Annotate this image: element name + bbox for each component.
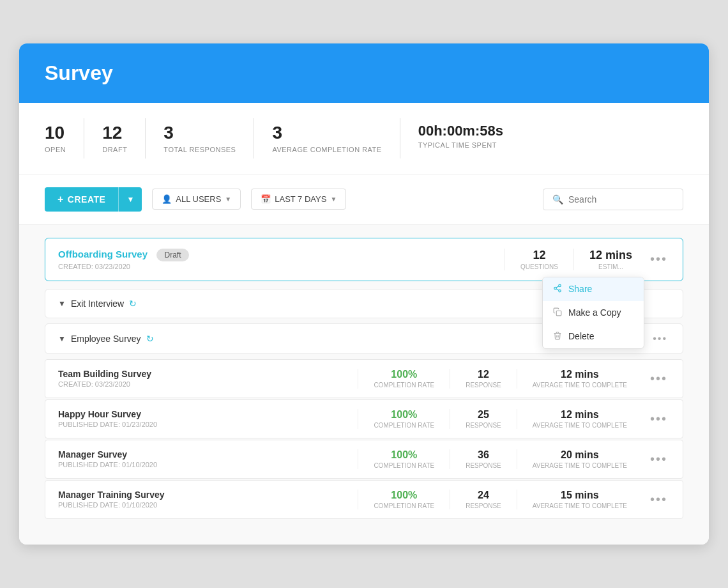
manager-date: PUBLISHED DATE: 01/10/2020 [58,461,358,468]
manager-survey-row[interactable]: Manager Survey PUBLISHED DATE: 01/10/202… [45,440,683,479]
offboarding-time-lbl: ESTIM... [598,263,623,270]
context-copy[interactable]: Make a Copy [543,301,644,325]
chevron-down-icon: ▼ [225,196,231,203]
manager-training-name: Manager Training Survey [58,490,358,500]
date-filter[interactable]: 📅 LAST 7 DAYS ▼ [251,189,346,210]
manager-training-date: PUBLISHED DATE: 01/10/2020 [58,501,358,509]
stat-total-value: 3 [163,123,236,143]
happy-hour-time-val: 12 mins [561,409,599,421]
manager-completion: 100% COMPLETION RATE [358,449,450,469]
happy-hour-response: 25 RESPONSE [450,409,517,429]
stat-draft-value: 12 [102,123,127,143]
team-building-survey-row[interactable]: Team Building Survey CREATED: 03/23/2020… [45,359,683,398]
stat-completion-rate: 3 AVERAGE COMPLETION RATE [272,118,400,159]
offboarding-questions-lbl: QUESTIONS [520,263,558,270]
svg-point-2 [559,290,561,292]
happy-hour-survey-row[interactable]: Happy Hour Survey PUBLISHED DATE: 01/23/… [45,399,683,438]
all-users-label: ALL USERS [176,194,221,204]
offboarding-time-stat: 12 mins ESTIM... [573,249,648,270]
manager-training-response-val: 24 [478,490,489,501]
team-building-completion: 100% COMPLETION RATE [358,369,450,389]
manager-time: 20 mins AVERAGE TIME TO COMPLETE [517,449,642,469]
manager-completion-lbl: COMPLETION RATE [374,462,434,469]
happy-hour-more-button[interactable]: ••• [648,412,670,426]
manager-training-survey-row[interactable]: Manager Training Survey PUBLISHED DATE: … [45,480,683,519]
manager-time-lbl: AVERAGE TIME TO COMPLETE [533,462,627,469]
trash-icon [553,331,562,342]
team-building-response: 12 RESPONSE [450,369,517,389]
team-building-completion-val: 100% [391,369,417,380]
offboarding-created: CREATED: 03/23/2020 [58,263,504,270]
team-building-response-val: 12 [478,369,489,380]
manager-response: 36 RESPONSE [450,449,517,469]
context-share-label: Share [568,284,592,294]
all-users-filter[interactable]: 👤 ALL USERS ▼ [152,189,241,210]
manager-training-response: 24 RESPONSE [450,490,517,509]
stat-open-label: OPEN [45,146,66,153]
date-filter-label: LAST 7 DAYS [275,194,326,204]
search-box: 🔍 [543,189,683,210]
stats-bar: 10 OPEN 12 DRAFT 3 TOTAL RESPONSES 3 AVE… [19,103,709,174]
happy-hour-time: 12 mins AVERAGE TIME TO COMPLETE [517,409,642,429]
stat-time-spent: 00h:00m:58s TYPICAL TIME SPENT [418,118,521,159]
manager-time-val: 20 mins [561,449,599,461]
employee-group-more-button[interactable]: ••• [650,333,670,344]
draft-badge: Draft [156,249,188,261]
employee-refresh-icon[interactable]: ↻ [146,334,154,344]
manager-name: Manager Survey [58,449,358,460]
team-building-response-lbl: RESPONSE [466,382,501,389]
happy-hour-time-lbl: AVERAGE TIME TO COMPLETE [533,422,627,429]
context-share[interactable]: Share [543,277,644,301]
offboarding-title-area: Offboarding Survey Draft CREATED: 03/23/… [58,249,504,270]
stat-draft: 12 DRAFT [102,118,146,159]
svg-line-4 [556,286,559,288]
manager-more-button[interactable]: ••• [648,452,670,467]
collapse-icon: ▼ [58,299,66,308]
chevron-down-icon: ▼ [126,195,134,204]
happy-hour-date: PUBLISHED DATE: 01/23/2020 [58,421,358,428]
team-building-completion-lbl: COMPLETION RATE [374,382,434,389]
team-building-more-button[interactable]: ••• [648,371,670,386]
manager-response-val: 36 [478,449,489,461]
search-input[interactable] [568,194,674,205]
happy-hour-title-area: Happy Hour Survey PUBLISHED DATE: 01/23/… [58,409,358,428]
manager-response-lbl: RESPONSE [466,462,501,469]
manager-training-completion-lbl: COMPLETION RATE [374,502,434,509]
manager-training-title-area: Manager Training Survey PUBLISHED DATE: … [58,490,358,509]
context-menu: Share Make a Copy Delete [542,277,644,349]
happy-hour-completion-val: 100% [391,409,417,421]
offboarding-time-val: 12 mins [589,249,632,262]
create-button[interactable]: + CREATE [45,187,118,212]
happy-hour-name: Happy Hour Survey [58,409,358,419]
employee-survey-name: Employee Survey [71,334,141,344]
offboarding-more-button[interactable]: ••• [648,252,670,267]
manager-training-response-lbl: RESPONSE [466,502,501,509]
manager-completion-val: 100% [391,449,417,461]
exit-refresh-icon[interactable]: ↻ [129,298,137,309]
exit-interview-name: Exit Interview [71,298,124,309]
offboarding-title[interactable]: Offboarding Survey [58,249,148,259]
team-building-name: Team Building Survey [58,369,358,379]
stat-time-label: TYPICAL TIME SPENT [418,141,503,149]
manager-training-time: 15 mins AVERAGE TIME TO COMPLETE [517,490,642,509]
context-delete[interactable]: Delete [543,325,644,348]
page-title: Survey [45,61,683,85]
collapse-icon: ▼ [58,334,66,343]
stat-completion-value: 3 [272,123,381,143]
happy-hour-response-val: 25 [478,409,489,421]
create-dropdown-button[interactable]: ▼ [118,187,142,212]
offboarding-survey-row[interactable]: Offboarding Survey Draft CREATED: 03/23/… [45,238,683,281]
team-building-time-lbl: AVERAGE TIME TO COMPLETE [533,382,627,389]
team-building-title-area: Team Building Survey CREATED: 03/23/2020 [58,369,358,388]
manager-training-more-button[interactable]: ••• [648,492,670,507]
team-building-time: 12 mins AVERAGE TIME TO COMPLETE [517,369,642,389]
team-building-date: CREATED: 03/23/2020 [58,380,358,388]
stat-open-value: 10 [45,123,66,143]
manager-training-completion-val: 100% [391,490,417,501]
team-building-time-val: 12 mins [561,369,599,380]
search-icon: 🔍 [552,194,563,205]
stat-draft-label: DRAFT [102,146,127,153]
offboarding-questions-stat: 12 QUESTIONS [504,249,573,270]
svg-point-1 [554,287,557,290]
svg-rect-5 [556,311,561,316]
